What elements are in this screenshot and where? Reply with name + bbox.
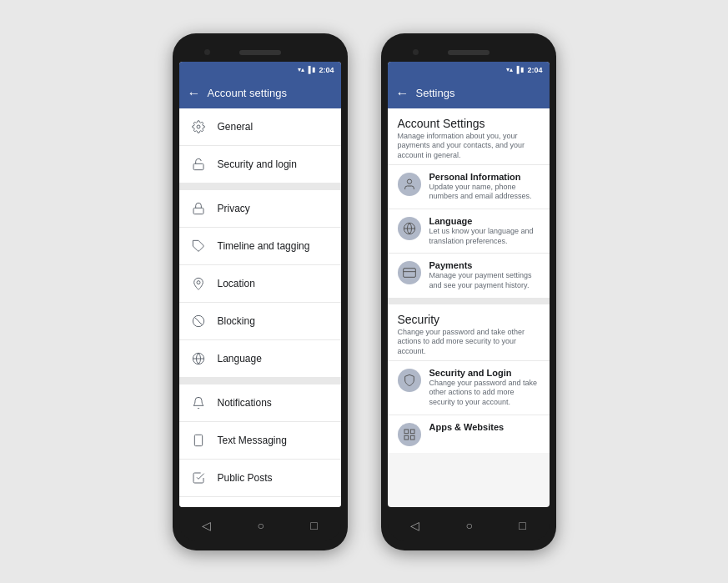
menu-label-timeline: Timeline and tagging [218,240,310,252]
apps-websites-title: Apps & Websites [429,422,540,432]
account-section-header: Account Settings Manage information abou… [388,108,550,164]
svg-line-6 [194,317,202,324]
time-right: 2:04 [527,66,542,74]
account-section-desc: Manage information about you, your payme… [398,132,540,161]
right-screen: ▾▴ ▐ ▮ 2:04 ← Settings Account Settings … [388,62,550,507]
svg-rect-9 [194,435,202,445]
security-section-title: Security [398,313,540,326]
settings-item-payments[interactable]: Payments Manage your payment settings an… [388,253,550,297]
phone-top-left [179,43,341,62]
lock-open-icon [189,155,208,173]
security-login-title: Security and Login [429,368,540,378]
settings-item-apps-websites[interactable]: Apps & Websites [388,415,550,453]
payments-text: Payments Manage your payment settings an… [429,260,540,290]
payments-desc: Manage your payment settings and see you… [429,271,540,290]
right-phone: ▾▴ ▐ ▮ 2:04 ← Settings Account Settings … [381,33,556,550]
svg-rect-17 [410,430,414,434]
wifi-icon-right: ▾▴ [506,66,513,73]
battery-icon-right: ▮ [520,66,524,73]
status-bar-left: ▾▴ ▐ ▮ 2:04 [179,62,341,78]
app-header-right: ← Settings [388,78,550,108]
security-login-desc: Change your password and take other acti… [429,379,540,408]
menu-item-timeline[interactable]: Timeline and tagging [179,228,341,265]
status-bar-right: ▾▴ ▐ ▮ 2:04 [388,62,550,78]
left-phone: ▾▴ ▐ ▮ 2:04 ← Account settings General [173,33,348,550]
menu-item-public-posts[interactable]: Public Posts [179,460,341,497]
menu-label-location: Location [218,278,255,289]
status-icons-left: ▾▴ ▐ ▮ [298,66,316,73]
speaker-left [239,50,281,55]
personal-info-title: Personal Information [429,172,540,182]
menu-item-location[interactable]: Location [179,265,341,303]
header-title-left: Account settings [208,87,287,99]
menu-label-text-messaging: Text Messaging [218,435,287,446]
menu-label-security: Security and login [218,158,297,170]
payments-title: Payments [429,260,540,270]
svg-rect-14 [403,269,415,278]
menu-label-public-posts: Public Posts [218,472,273,484]
menu-item-language[interactable]: Language [179,340,341,378]
settings-item-security-login[interactable]: Security and Login Change your password … [388,360,550,415]
nav-home-left[interactable]: ○ [258,519,264,532]
svg-rect-1 [193,163,203,169]
app-header-left: ← Account settings [179,78,341,108]
signal-icon-right: ▐ [515,66,520,73]
svg-point-11 [407,179,411,183]
menu-label-blocking: Blocking [218,315,255,327]
separator-1 [179,183,341,190]
nav-back-left[interactable]: ◁ [202,519,211,532]
bell-icon [189,394,208,412]
globe-icon-right [398,217,421,240]
wifi-icon-left: ▾▴ [298,66,304,73]
account-section-title: Account Settings [398,117,540,130]
nav-bar-left: ◁ ○ □ [179,510,341,540]
nav-home-right[interactable]: ○ [466,519,473,532]
menu-label-general: General [218,121,254,133]
camera-left [204,49,210,55]
svg-point-0 [197,125,200,128]
settings-item-language[interactable]: Language Let us know your language and t… [388,209,550,253]
back-button-left[interactable]: ← [188,86,201,101]
svg-rect-19 [410,435,414,440]
mobile-icon [189,431,208,450]
gear-icon [189,118,208,136]
menu-item-security[interactable]: Security and login [179,146,341,183]
person-icon [398,173,421,196]
divider-gray [388,298,550,304]
menu-item-privacy[interactable]: Privacy [179,190,341,228]
security-section-header: Security Change your password and take o… [388,304,550,360]
time-left: 2:04 [319,66,334,74]
language-title: Language [429,216,540,226]
left-screen: ▾▴ ▐ ▮ 2:04 ← Account settings General [179,62,341,507]
camera-right [413,49,419,55]
menu-item-text-messaging[interactable]: Text Messaging [179,422,341,460]
menu-item-blocking[interactable]: Blocking [179,303,341,340]
settings-content: Account Settings Manage information abou… [388,108,550,507]
personal-info-text: Personal Information Update your name, p… [429,172,540,202]
nav-bar-right: ◁ ○ □ [388,510,550,540]
separator-2 [179,378,341,384]
tag-icon [189,237,208,255]
menu-label-privacy: Privacy [218,203,250,214]
nav-square-left[interactable]: □ [310,519,317,532]
battery-icon-left: ▮ [312,66,315,73]
back-button-right[interactable]: ← [396,86,409,101]
block-icon [189,312,208,330]
apps-icon [398,423,421,446]
shield-icon [398,369,421,392]
menu-item-notifications[interactable]: Notifications [179,384,341,422]
language-text: Language Let us know your language and t… [429,216,540,246]
settings-item-personal-info[interactable]: Personal Information Update your name, p… [388,164,550,209]
nav-back-right[interactable]: ◁ [410,519,419,532]
security-login-text: Security and Login Change your password … [429,368,540,408]
status-icons-right: ▾▴ ▐ ▮ [506,66,525,73]
location-icon [189,274,208,293]
apps-websites-text: Apps & Websites [429,422,540,432]
nav-square-right[interactable]: □ [519,519,525,532]
card-icon [398,261,421,284]
svg-rect-16 [404,430,409,434]
menu-item-general[interactable]: General [179,108,341,146]
signal-icon-left: ▐ [306,66,311,73]
menu-list-left: General Security and login Privacy T [179,108,341,507]
svg-rect-18 [404,435,409,440]
